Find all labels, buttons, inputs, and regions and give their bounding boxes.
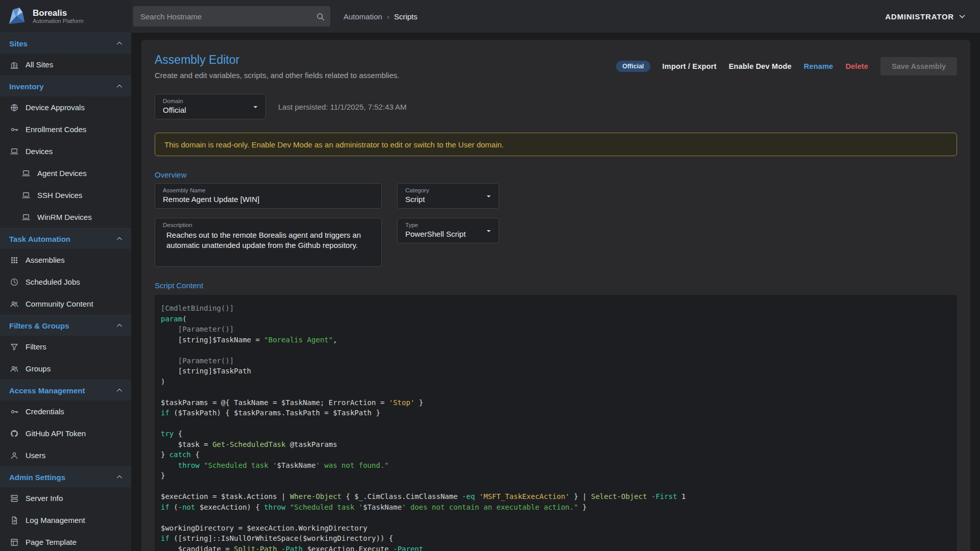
description-value: Reaches out to the remote Borealis agent… [155,228,381,256]
breadcrumb-item-scripts[interactable]: Scripts [394,12,418,21]
sidebar-section-task-automation[interactable]: Task Automation [0,228,131,249]
sidebar-item-devices[interactable]: Devices [0,140,131,162]
sidebar-item-filters[interactable]: Filters [0,336,131,358]
assembly-name-value: Remote Agent Update [WIN] [155,193,381,208]
breadcrumb: Automation›Scripts [344,12,418,21]
code-line: [CmdletBinding()] [161,303,949,314]
code-line: $execAction = $task.Actions | Where-Obje… [161,491,949,502]
sidebar-section-label: Inventory [9,82,44,91]
grid-icon [10,256,19,265]
sidebar-item-scheduled-jobs[interactable]: Scheduled Jobs [0,271,131,293]
delete-button[interactable]: Delete [845,62,868,70]
code-line: $workingDirectory = $execAction.WorkingD… [161,523,949,534]
server-icon [10,494,19,503]
sidebar: SitesAll SitesInventoryDevice ApprovalsE… [0,33,131,551]
dropdown-arrow-icon [484,226,494,236]
type-select[interactable]: Type PowerShell Script [397,218,499,243]
sidebar-item-label: Devices [26,147,53,156]
topbar: Borealis Automation Platform Automation›… [0,0,980,33]
sidebar-section-label: Task Automation [9,235,70,243]
domain-badge: Official [616,61,650,72]
enable-dev-mode-button[interactable]: Enable Dev Mode [729,62,792,70]
sidebar-item-github-api-token[interactable]: GitHub API Token [0,422,131,444]
description-field[interactable]: Description Reaches out to the remote Bo… [155,218,382,267]
sidebar-item-label: Assemblies [26,256,65,264]
panel-header-text: Assembly Editor Create and edit variable… [155,53,399,80]
key-icon [10,125,19,134]
domain-select[interactable]: Domain Official [155,94,266,119]
sidebar-item-label: Scheduled Jobs [26,278,80,286]
person-icon [10,451,19,460]
sidebar-item-winrm-devices[interactable]: WinRM Devices [0,206,131,228]
save-assembly-button[interactable]: Save Assembly [880,57,957,76]
sidebar-item-log-management[interactable]: Log Management [0,509,131,531]
dropdown-arrow-icon [484,191,494,201]
user-menu[interactable]: ADMINISTRATOR [885,12,967,21]
sidebar-item-credentials[interactable]: Credentials [0,400,131,422]
sidebar-item-label: All Sites [26,60,53,69]
sidebar-section-label: Access Management [9,386,85,395]
rename-button[interactable]: Rename [804,62,834,70]
dropdown-arrow-icon [251,102,260,112]
readonly-banner-text: This domain is read-only. Enable Dev Mod… [164,140,504,149]
page-title: Assembly Editor [155,53,399,67]
hostname-search[interactable] [133,6,330,27]
search-icon[interactable] [315,12,325,21]
code-line: throw "Scheduled task '$TaskName' was no… [161,460,949,471]
sidebar-item-page-template[interactable]: Page Template [0,531,131,551]
breadcrumb-item-automation[interactable]: Automation [344,12,382,21]
sidebar-item-users[interactable]: Users [0,444,131,466]
code-line: $task = Get-ScheduledTask @taskParams [161,439,949,450]
sidebar-item-label: Log Management [26,516,85,524]
main-content: Assembly Editor Create and edit variable… [131,33,980,551]
brand-name: Borealis [33,9,84,18]
sidebar-section-filters-groups[interactable]: Filters & Groups [0,315,131,336]
import-export-button[interactable]: Import / Export [663,62,717,70]
assembly-name-field[interactable]: Assembly Name Remote Agent Update [WIN] [155,183,382,209]
sidebar-section-label: Sites [9,39,28,48]
globe-icon [10,103,19,112]
sidebar-section-admin-settings[interactable]: Admin Settings [0,466,131,487]
laptop-icon [10,147,19,156]
code-line: if ($TaskPath) { $taskParams.TaskPath = … [161,408,949,418]
sidebar-section-label: Admin Settings [9,473,65,482]
readonly-banner: This domain is read-only. Enable Dev Mod… [155,133,957,156]
sidebar-item-agent-devices[interactable]: Agent Devices [0,162,131,184]
sidebar-item-community-content[interactable]: Community Content [0,293,131,315]
overview-fields: Assembly Name Remote Agent Update [WIN] … [155,183,957,267]
last-persisted: Last persisted: 11/1/2025, 7:52:43 AM [278,103,407,111]
sidebar-section-inventory[interactable]: Inventory [0,76,131,96]
sidebar-item-assemblies[interactable]: Assemblies [0,249,131,271]
key-icon [10,407,19,416]
code-line: $candidate = Split-Path -Path $execActio… [161,544,949,551]
script-editor[interactable]: [CmdletBinding()]param( [Parameter()] [s… [155,295,957,551]
search-input[interactable] [140,12,315,21]
sidebar-item-label: Users [26,451,45,460]
sidebar-section-access-management[interactable]: Access Management [0,380,131,400]
code-line [161,418,949,429]
domain-select-value: Official [155,104,265,119]
code-line: [string]$TaskPath [161,366,949,377]
sidebar-item-enrollment-codes[interactable]: Enrollment Codes [0,118,131,140]
code-line: [Parameter()] [161,356,949,366]
sidebar-item-all-sites[interactable]: All Sites [0,54,131,76]
chevron-up-icon [115,321,124,330]
clock-icon [10,278,19,287]
laptop-icon [21,213,31,222]
script-content-heading: Script Content [155,281,957,290]
sidebar-item-label: Credentials [26,407,64,416]
sidebar-item-label: Groups [26,364,51,373]
sidebar-item-device-approvals[interactable]: Device Approvals [0,96,131,118]
sidebar-item-server-info[interactable]: Server Info [0,487,131,509]
brand[interactable]: Borealis Automation Platform [0,0,131,33]
sidebar-item-groups[interactable]: Groups [0,358,131,380]
people-icon [10,299,19,309]
category-select[interactable]: Category Script [397,183,499,209]
description-label: Description [155,218,381,228]
sidebar-section-sites[interactable]: Sites [0,33,131,54]
filter-icon [10,342,19,352]
sidebar-item-ssh-devices[interactable]: SSH Devices [0,184,131,206]
sidebar-item-label: Enrollment Codes [26,125,86,134]
code-line: } [161,470,949,481]
sidebar-item-label: SSH Devices [37,191,82,199]
